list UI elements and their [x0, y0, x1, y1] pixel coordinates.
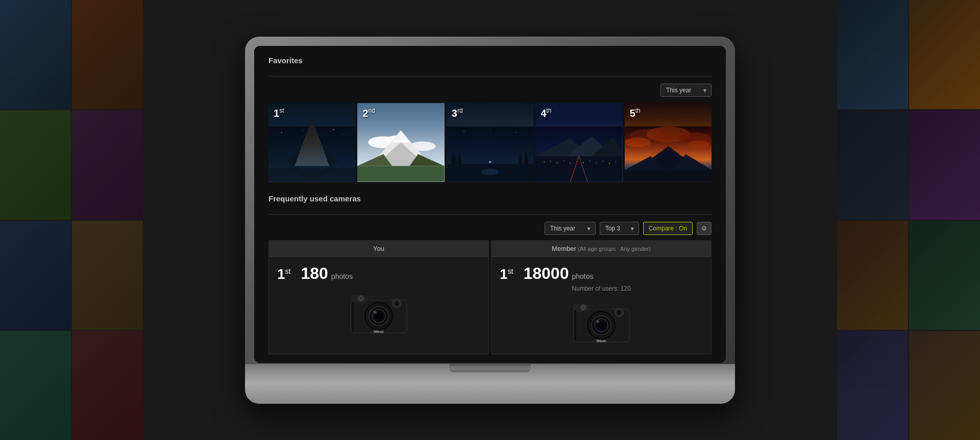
laptop-base: [245, 364, 735, 404]
svg-point-74: [395, 301, 399, 305]
bg-photos-left: [0, 0, 143, 440]
cameras-top-filter[interactable]: Top 3 Top 5 Top 10: [600, 222, 639, 235]
svg-rect-21: [357, 166, 444, 182]
bg-photo: [0, 331, 71, 440]
member-stats-row: 1st 18000 photos: [500, 264, 703, 283]
svg-point-26: [477, 136, 477, 137]
rank-1st: 1st: [274, 107, 284, 119]
favorites-filter-wrapper[interactable]: This year All time This month ▼: [660, 84, 712, 97]
favorite-item-5th[interactable]: 5th: [625, 103, 712, 182]
svg-point-23: [463, 131, 464, 132]
member-rank: 1st: [500, 266, 513, 282]
member-camera-svg: Nikon: [568, 296, 634, 345]
you-camera-svg: Nikon: [346, 287, 412, 335]
bg-photo: [837, 331, 908, 440]
you-rank: 1st: [277, 266, 290, 282]
favorite-item-3rd[interactable]: 3rd: [447, 103, 533, 182]
bg-photo: [0, 221, 71, 330]
camera-panel-you: You 1st 180 photos: [268, 240, 489, 354]
panel-member-label: Member: [552, 245, 576, 252]
screen-content: Favorites This year All time This month …: [254, 46, 726, 363]
svg-point-5: [290, 128, 290, 128]
you-photos-label: photos: [331, 272, 353, 280]
favorites-divider: [268, 76, 712, 76]
svg-rect-81: [590, 305, 613, 309]
member-photos-count: 18000: [523, 264, 569, 283]
panel-body-you: 1st 180 photos: [269, 257, 488, 345]
app-content: Favorites This year All time This month …: [254, 46, 726, 363]
bg-photos-right: [837, 0, 980, 440]
svg-point-51: [616, 161, 616, 162]
svg-point-33: [481, 169, 499, 175]
svg-point-76: [358, 296, 363, 301]
you-photos-count: 180: [301, 264, 328, 283]
bg-photo: [909, 0, 980, 109]
you-stats-row: 1st 180 photos: [277, 264, 480, 283]
svg-rect-36: [535, 156, 622, 182]
compare-button[interactable]: Compare : On: [643, 222, 693, 235]
svg-point-42: [557, 162, 558, 163]
svg-point-46: [583, 162, 584, 163]
gear-icon: ⚙: [701, 225, 707, 232]
gear-button[interactable]: ⚙: [697, 222, 712, 235]
cameras-year-filter[interactable]: This year All time This month: [545, 222, 596, 235]
cameras-controls: This year All time This month ▼ Top 3 To…: [268, 222, 712, 235]
svg-point-48: [596, 163, 597, 164]
laptop-shell: Favorites This year All time This month …: [245, 37, 735, 404]
svg-point-41: [550, 161, 551, 162]
bg-photo: [837, 221, 908, 330]
panel-header-member: Member (All age groups · Any gender): [492, 241, 711, 257]
svg-marker-7: [305, 135, 318, 146]
favorites-title: Favorites: [268, 56, 303, 65]
screen-bezel: Favorites This year All time This month …: [254, 46, 726, 363]
svg-point-72: [374, 311, 376, 313]
camera-panels: You 1st 180 photos: [268, 240, 712, 354]
svg-point-25: [516, 132, 517, 133]
bg-photo: [0, 0, 71, 109]
member-photos-label: photos: [572, 272, 593, 280]
cameras-section: Frequently used cameras This year All ti…: [268, 194, 712, 354]
cameras-header: Frequently used cameras: [268, 194, 712, 208]
svg-point-44: [570, 163, 571, 164]
svg-text:Nikon: Nikon: [374, 330, 383, 333]
svg-point-4: [342, 134, 342, 135]
svg-point-1: [281, 132, 282, 133]
rank-2nd: 2nd: [362, 107, 375, 119]
svg-point-50: [609, 163, 610, 164]
bg-photo: [72, 110, 143, 219]
svg-rect-61: [625, 170, 712, 182]
rank-5th: 5th: [630, 107, 641, 119]
svg-point-8: [310, 133, 314, 136]
svg-point-34: [488, 161, 491, 163]
bg-photo: [72, 221, 143, 330]
rank-3rd: 3rd: [452, 107, 463, 119]
svg-text:Nikon: Nikon: [596, 339, 606, 343]
rank-4th: 4th: [541, 107, 551, 119]
svg-point-2: [303, 130, 304, 131]
favorite-item-4th[interactable]: 4th: [535, 103, 622, 182]
favorite-item-1st[interactable]: 1st: [268, 103, 355, 182]
svg-point-90: [617, 310, 621, 315]
favorites-header: Favorites: [268, 56, 712, 70]
cameras-top-filter-wrapper[interactable]: Top 3 Top 5 Top 10 ▼: [600, 222, 639, 235]
cameras-title: Frequently used cameras: [268, 194, 361, 203]
svg-point-47: [590, 161, 590, 161]
bg-photo: [909, 221, 980, 330]
panel-you-label: You: [373, 245, 384, 252]
laptop: Favorites This year All time This month …: [245, 37, 735, 404]
camera-panel-member: Member (All age groups · Any gender) 1st: [491, 240, 712, 354]
bg-photo: [837, 0, 908, 109]
laptop-hinge: [449, 364, 531, 372]
panel-header-you: You: [269, 241, 488, 257]
favorite-item-2nd[interactable]: 2nd: [357, 103, 444, 182]
svg-rect-65: [367, 296, 390, 300]
cameras-divider: [268, 214, 712, 215]
svg-rect-93: [574, 310, 576, 341]
cameras-year-filter-wrapper[interactable]: This year All time This month ▼: [545, 222, 596, 235]
panel-body-member: 1st 18000 photos Number of users: 120: [492, 257, 711, 354]
svg-point-3: [333, 130, 334, 130]
bg-photo: [909, 331, 980, 440]
panel-member-subheader-text: (All age groups · Any gender): [578, 246, 650, 252]
favorites-filter-dropdown[interactable]: This year All time This month: [660, 84, 712, 97]
favorites-photos-row: 1st: [268, 103, 712, 182]
